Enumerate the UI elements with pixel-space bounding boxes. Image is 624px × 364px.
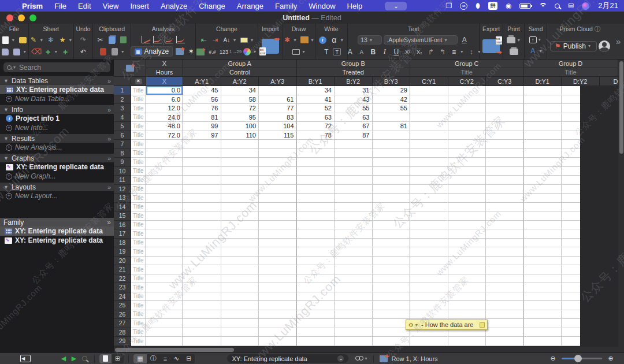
data-cell[interactable]: 78 <box>297 131 335 140</box>
data-cell[interactable] <box>410 131 448 140</box>
data-cell[interactable]: 34 <box>297 86 335 95</box>
data-cell[interactable] <box>524 140 562 149</box>
data-cell[interactable] <box>183 265 221 274</box>
data-cell[interactable] <box>524 185 562 194</box>
row-number[interactable]: 21 <box>114 265 131 274</box>
data-cell[interactable]: 56 <box>183 95 221 105</box>
sheet-view-button[interactable] <box>99 354 112 363</box>
row-title-cell[interactable]: Title <box>131 149 146 158</box>
data-cell[interactable] <box>373 203 411 212</box>
data-cell[interactable]: 12.0 <box>146 104 183 113</box>
data-cell[interactable] <box>183 337 221 346</box>
row-number[interactable]: 19 <box>114 247 131 257</box>
group-header-group-d[interactable]: Group D <box>524 60 618 68</box>
data-cell[interactable] <box>410 274 448 284</box>
data-cell[interactable] <box>448 265 486 274</box>
data-cell[interactable]: 72 <box>221 104 259 113</box>
data-cell[interactable] <box>335 149 373 158</box>
wifi-icon[interactable] <box>539 1 547 10</box>
data-cell[interactable] <box>448 140 486 149</box>
data-cell[interactable] <box>448 113 486 122</box>
data-cell[interactable] <box>410 310 448 320</box>
data-cell[interactable] <box>221 274 259 284</box>
magic-wand-icon[interactable]: ✶ <box>186 47 196 56</box>
data-cell[interactable] <box>335 221 373 230</box>
data-cell[interactable] <box>297 203 335 212</box>
data-cell[interactable] <box>297 292 335 302</box>
data-cell[interactable] <box>486 86 524 95</box>
data-cell[interactable] <box>183 167 221 176</box>
data-cell[interactable] <box>486 176 524 185</box>
row-title-cell[interactable]: Title <box>131 274 146 284</box>
sidebar-item[interactable]: XY: Entering replicate data <box>0 162 114 172</box>
data-cell[interactable] <box>335 203 373 212</box>
data-cell[interactable] <box>410 257 448 266</box>
data-cell[interactable] <box>524 319 562 328</box>
column-id-a-y1[interactable]: A:Y1 <box>183 77 221 86</box>
row-title-cell[interactable]: Title <box>131 203 146 212</box>
row-title-cell[interactable]: Title <box>131 337 146 346</box>
data-cell[interactable] <box>562 149 580 158</box>
data-cell[interactable] <box>562 211 580 221</box>
significance-asterisk-icon[interactable]: ✱ <box>283 35 292 44</box>
section-expand-icon[interactable]: » <box>107 184 110 191</box>
data-cell[interactable] <box>259 239 297 248</box>
data-cell[interactable] <box>524 203 562 212</box>
data-cell[interactable] <box>410 122 448 131</box>
section-expand-icon[interactable]: » <box>107 135 110 142</box>
data-cell[interactable] <box>486 283 524 292</box>
row-number[interactable]: 23 <box>114 283 131 292</box>
data-cell[interactable] <box>297 301 335 310</box>
data-cell[interactable] <box>221 337 259 346</box>
data-cell[interactable]: 61 <box>259 95 297 105</box>
data-cell[interactable] <box>183 292 221 302</box>
data-cell[interactable] <box>146 149 183 158</box>
data-cell[interactable] <box>259 337 297 346</box>
data-cell[interactable] <box>146 239 183 248</box>
data-cell[interactable]: 72.0 <box>146 131 183 140</box>
data-cell[interactable]: 52 <box>297 104 335 113</box>
data-cell[interactable] <box>373 158 411 167</box>
data-cell[interactable] <box>297 158 335 167</box>
data-cell[interactable] <box>448 122 486 131</box>
data-cell[interactable] <box>335 337 373 346</box>
data-cell[interactable] <box>562 104 580 113</box>
data-cell[interactable] <box>259 167 297 176</box>
data-cell[interactable] <box>373 274 411 284</box>
data-cell[interactable] <box>373 113 411 122</box>
data-cell[interactable] <box>524 337 562 346</box>
data-cell[interactable]: 63 <box>297 113 335 122</box>
data-cell[interactable] <box>183 257 221 266</box>
data-cell[interactable] <box>562 86 580 95</box>
data-cell[interactable] <box>259 203 297 212</box>
menu-item-prism[interactable]: Prism <box>16 2 49 10</box>
data-cell[interactable] <box>335 247 373 257</box>
data-cell[interactable] <box>146 158 183 167</box>
row-number[interactable]: 26 <box>114 310 131 320</box>
duplicate-icon[interactable] <box>118 35 128 44</box>
data-cell[interactable]: 41 <box>297 95 335 105</box>
data-cell[interactable] <box>146 292 183 302</box>
family-item[interactable]: XY: Entering replicate data <box>0 236 114 245</box>
data-cell[interactable] <box>183 194 221 203</box>
graphs-nav-icon[interactable]: ∿ <box>170 354 183 363</box>
column-id-b-y3[interactable]: B:Y3 <box>373 77 411 86</box>
collapse-sidebar-button[interactable]: ◀ <box>20 355 31 362</box>
menubar-date[interactable]: 2月21 <box>598 1 618 11</box>
data-cell[interactable] <box>524 122 562 131</box>
share-icon[interactable]: ↑ <box>529 36 537 43</box>
decimal-format-icon[interactable]: #.# <box>207 47 217 57</box>
data-cell[interactable] <box>146 274 183 284</box>
data-cell[interactable] <box>221 149 259 158</box>
sidebar-item[interactable]: +New Graph... <box>0 172 114 181</box>
data-cell[interactable] <box>524 221 562 230</box>
data-cell[interactable] <box>259 221 297 230</box>
data-cell[interactable] <box>373 229 411 239</box>
data-cell[interactable] <box>146 140 183 149</box>
row-titles-header[interactable]: × <box>131 77 146 86</box>
column-id-b-y2[interactable]: B:Y2 <box>335 77 373 86</box>
data-cell[interactable] <box>297 176 335 185</box>
data-cell[interactable] <box>410 229 448 239</box>
row-title-cell[interactable]: Title <box>131 301 146 310</box>
line-spacing-icon[interactable]: ↕ <box>466 47 476 57</box>
